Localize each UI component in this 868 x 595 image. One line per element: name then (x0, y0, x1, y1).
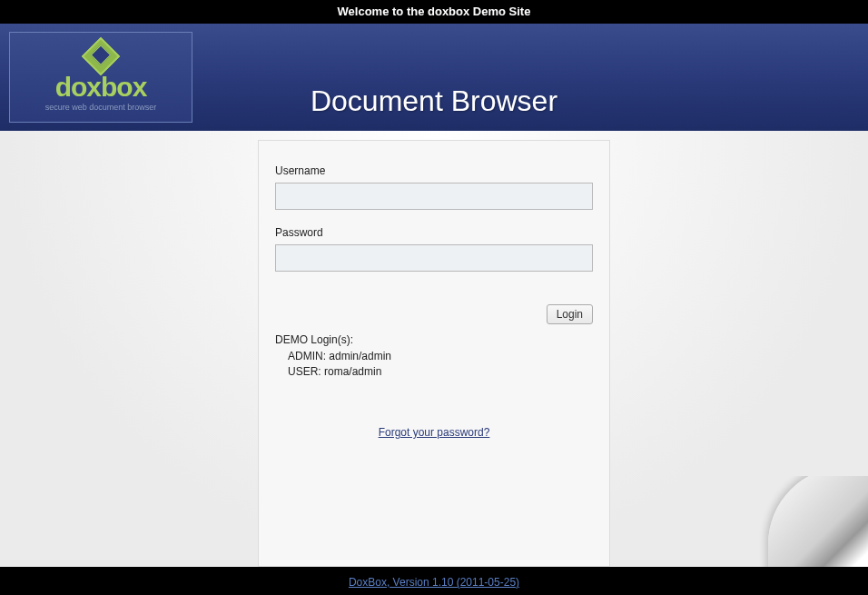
forgot-password-row: Forgot your password? (275, 423, 593, 440)
page-title: Document Browser (311, 84, 557, 118)
demo-user-line: USER: roma/admin (288, 365, 593, 378)
password-input[interactable] (275, 244, 593, 272)
password-label: Password (275, 226, 593, 239)
page-curl-icon (759, 476, 868, 567)
header: doxbox secure web document browser Docum… (0, 24, 868, 131)
username-input[interactable] (275, 183, 593, 210)
login-panel: Username Password Login DEMO Login(s): A… (258, 140, 610, 567)
login-button[interactable]: Login (547, 304, 593, 324)
footer-version-link[interactable]: DoxBox, Version 1.10 (2011-05-25) (349, 576, 519, 589)
content-area: Username Password Login DEMO Login(s): A… (0, 131, 868, 567)
demo-title: DEMO Login(s): (275, 333, 593, 346)
forgot-password-link[interactable]: Forgot your password? (379, 426, 490, 439)
button-row: Login (275, 304, 593, 324)
footer: DoxBox, Version 1.10 (2011-05-25) (0, 567, 868, 595)
demo-admin-line: ADMIN: admin/admin (288, 350, 593, 362)
logo-diamond-icon (82, 37, 120, 75)
logo-text: doxbox (55, 74, 147, 101)
logo: doxbox secure web document browser (9, 32, 192, 123)
welcome-text: Welcome to the doxbox Demo Site (338, 5, 531, 18)
username-label: Username (275, 164, 593, 177)
top-welcome-bar: Welcome to the doxbox Demo Site (0, 0, 868, 24)
logo-tagline: secure web document browser (45, 103, 157, 112)
demo-info: DEMO Login(s): ADMIN: admin/admin USER: … (275, 333, 593, 378)
